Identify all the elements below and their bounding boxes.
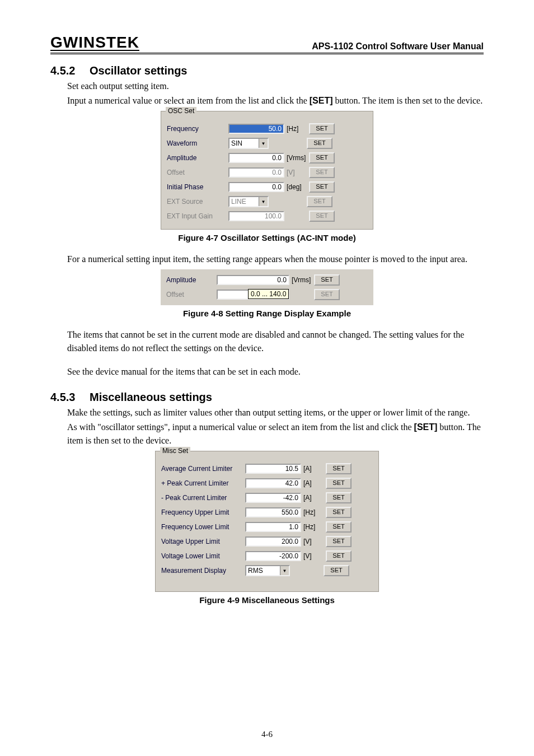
manual-title: APS-1102 Control Software User Manual [312, 41, 484, 52]
row-waveform: Waveform SIN ▼ SET [167, 136, 367, 151]
text: [SET] [310, 96, 333, 105]
page-header: GWINSTEK APS-1102 Control Software User … [50, 34, 484, 54]
figure-caption: Figure 4-9 Miscellaneous Settings [50, 595, 484, 605]
misc-set-panel: Misc Set Average Current Limiter 10.5 [A… [155, 451, 379, 592]
unit: [Vrms] [289, 276, 314, 284]
figure-caption: Figure 4-7 Oscillator Settings (AC-INT m… [50, 233, 484, 242]
field-label: Voltage Upper Limit [161, 538, 245, 545]
field-label: Frequency Upper Limit [161, 508, 245, 516]
value-input[interactable]: 42.0 [245, 478, 301, 488]
set-button[interactable]: SET [307, 138, 332, 149]
chevron-down-icon[interactable]: ▼ [280, 566, 289, 575]
section-num: 4.5.3 [50, 391, 90, 404]
field-label: Frequency Lower Limit [161, 523, 245, 531]
unit: [A] [301, 479, 326, 487]
amplitude-input[interactable]: 0.0 [228, 153, 284, 163]
section-title: Miscellaneous settings [90, 391, 212, 403]
group-legend: OSC Set [166, 107, 196, 115]
set-button: SET [314, 289, 340, 300]
section-title: Oscillator settings [90, 64, 188, 77]
set-button[interactable]: SET [326, 550, 352, 562]
set-button: SET [309, 211, 335, 222]
row-amplitude-example: Amplitude 0.0 [Vrms] SET [166, 273, 368, 287]
text: button. The item is then set to the devi… [333, 96, 483, 105]
field-label: Voltage Lower Limit [161, 552, 245, 560]
field-label: + Peak Current Limiter [161, 479, 245, 487]
page-number: 4-6 [0, 730, 534, 739]
amplitude-input[interactable]: 0.0 [217, 275, 289, 285]
para: For a numerical setting input item, the … [67, 253, 484, 266]
field-label: Offset [167, 169, 228, 176]
unit: [deg] [284, 183, 309, 191]
logo: GWINSTEK [50, 34, 139, 52]
field-label: Offset [166, 291, 217, 298]
set-button: SET [307, 196, 332, 207]
set-button[interactable]: SET [309, 181, 335, 193]
field-label: EXT Input Gain [167, 212, 228, 220]
unit: [V] [301, 538, 326, 545]
value-input[interactable]: 10.5 [245, 464, 301, 474]
text: Input a numerical value or select an ite… [67, 96, 310, 105]
set-button[interactable]: SET [326, 536, 352, 547]
para: The items that cannot be set in the curr… [67, 328, 484, 355]
unit: [Vrms] [284, 154, 309, 162]
value-input[interactable]: -42.0 [245, 493, 301, 503]
value-input[interactable]: -200.0 [245, 551, 301, 561]
row-pos-peak-limiter: + Peak Current Limiter 42.0 [A] SET [161, 476, 373, 491]
section-452-heading: 4.5.2Oscillator settings [50, 64, 484, 77]
set-button[interactable]: SET [309, 123, 335, 134]
row-amplitude: Amplitude 0.0 [Vrms] SET [167, 151, 367, 165]
field-label: Initial Phase [167, 183, 228, 191]
value-input[interactable]: 200.0 [245, 536, 301, 547]
set-button[interactable]: SET [326, 463, 352, 474]
unit: [Hz] [301, 523, 326, 531]
set-button[interactable]: SET [326, 478, 352, 489]
chevron-down-icon: ▼ [259, 197, 268, 206]
unit: [V] [301, 552, 326, 560]
range-example-panel: Amplitude 0.0 [Vrms] SET Offset 0.0 ... … [161, 269, 373, 305]
waveform-combo[interactable]: SIN ▼ [228, 138, 269, 149]
frequency-input[interactable]: 50.0 [228, 124, 284, 134]
text: As with "oscillator settings", input a n… [67, 422, 414, 432]
row-initial-phase: Initial Phase 0.0 [deg] SET [167, 180, 367, 194]
figure-caption: Figure 4-8 Setting Range Display Example [50, 309, 484, 318]
set-button[interactable]: SET [309, 152, 335, 164]
row-freq-upper: Frequency Upper Limit 550.0 [Hz] SET [161, 505, 373, 520]
set-button: SET [309, 167, 335, 178]
field-label: Measurement Display [161, 567, 245, 575]
unit: [A] [301, 494, 326, 502]
row-neg-peak-limiter: - Peak Current Limiter -42.0 [A] SET [161, 491, 373, 505]
section-453-heading: 4.5.3Miscellaneous settings [50, 391, 484, 404]
unit: [Hz] [301, 508, 326, 516]
misc-set-group: Misc Set Average Current Limiter 10.5 [A… [155, 451, 379, 592]
row-avg-current-limiter: Average Current Limiter 10.5 [A] SET [161, 461, 373, 476]
unit: [V] [284, 169, 309, 176]
value-input[interactable]: 1.0 [245, 522, 301, 532]
chevron-down-icon[interactable]: ▼ [259, 139, 268, 148]
para: As with "oscillator settings", input a n… [67, 421, 484, 447]
section-num: 4.5.2 [50, 64, 90, 77]
osc-set-panel: OSC Set Frequency 50.0 [Hz] SET Waveform… [161, 111, 373, 230]
field-label: Amplitude [167, 154, 228, 162]
set-button[interactable]: SET [324, 565, 349, 576]
value-input[interactable]: 550.0 [245, 507, 301, 517]
para: Make the settings, such as limiter value… [67, 406, 484, 419]
set-button[interactable]: SET [326, 521, 352, 533]
osc-set-group: OSC Set Frequency 50.0 [Hz] SET Waveform… [161, 111, 373, 230]
set-button[interactable]: SET [326, 507, 352, 518]
combo-value: LINE [229, 198, 259, 206]
set-button[interactable]: SET [326, 492, 352, 503]
combo-value: SIN [229, 139, 259, 147]
offset-input: 0.0 [228, 167, 284, 178]
set-button[interactable]: SET [314, 274, 340, 286]
row-measurement-display: Measurement Display RMS ▼ SET [161, 563, 373, 578]
field-label: Average Current Limiter [161, 465, 245, 473]
row-offset: Offset 0.0 [V] SET [167, 165, 367, 180]
initial-phase-input[interactable]: 0.0 [228, 182, 284, 192]
field-label: Amplitude [166, 276, 217, 284]
unit: [Hz] [284, 125, 309, 133]
row-freq-lower: Frequency Lower Limit 1.0 [Hz] SET [161, 520, 373, 534]
field-label: EXT Source [167, 198, 228, 206]
measurement-combo[interactable]: RMS ▼ [245, 565, 290, 576]
range-tooltip: 0.0 ... 140.0 [248, 289, 289, 299]
